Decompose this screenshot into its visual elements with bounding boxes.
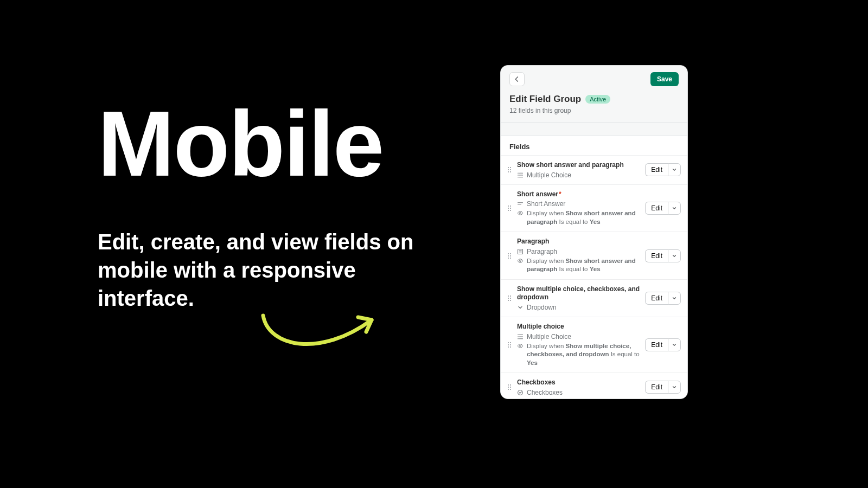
drag-handle[interactable] — [506, 253, 513, 259]
edit-button-group: Edit — [645, 338, 681, 351]
edit-button[interactable]: Edit — [645, 202, 668, 215]
svg-point-27 — [508, 342, 509, 343]
svg-point-11 — [510, 210, 511, 211]
svg-point-30 — [510, 344, 511, 345]
svg-point-35 — [510, 384, 511, 386]
field-type-label: Paragraph — [527, 248, 557, 255]
field-type-icon — [517, 333, 524, 340]
drag-handle[interactable] — [506, 295, 513, 301]
field-row: Show short answer and paragraphMultiple … — [501, 155, 687, 184]
svg-point-18 — [510, 258, 511, 259]
field-row: CheckboxesCheckboxesEdit — [501, 373, 687, 399]
svg-point-1 — [510, 167, 511, 168]
field-type-icon — [517, 248, 524, 255]
svg-point-28 — [510, 342, 511, 343]
field-type-label: Checkboxes — [527, 389, 563, 396]
svg-point-10 — [508, 210, 509, 211]
edit-button[interactable]: Edit — [645, 249, 668, 262]
edit-more-button[interactable] — [668, 163, 681, 176]
field-type-icon — [517, 201, 524, 207]
edit-button-group: Edit — [645, 202, 681, 215]
chevron-down-icon — [672, 167, 677, 172]
svg-point-22 — [510, 296, 511, 297]
edit-button[interactable]: Edit — [645, 338, 668, 351]
field-name: Paragraph — [517, 237, 641, 246]
field-type-label: Multiple Choice — [527, 171, 571, 179]
field-type: Short Answer — [517, 200, 641, 208]
hero-section: Mobile Edit, create, and view fields on … — [98, 98, 423, 312]
edit-button[interactable]: Edit — [645, 163, 668, 176]
svg-point-37 — [510, 387, 511, 388]
chevron-down-icon — [672, 296, 677, 301]
field-row: Show multiple choice, checkboxes, and dr… — [501, 279, 687, 317]
drag-handle[interactable] — [506, 166, 513, 173]
edit-more-button[interactable] — [668, 249, 681, 262]
svg-point-2 — [508, 169, 509, 170]
field-type: Multiple Choice — [517, 171, 641, 179]
edit-more-button[interactable] — [668, 292, 681, 305]
field-type: Multiple Choice — [517, 333, 641, 341]
field-content: Show short answer and paragraphMultiple … — [517, 161, 641, 179]
field-type: Dropdown — [517, 304, 641, 311]
mobile-frame: Save Edit Field Group Active 12 fields i… — [500, 65, 688, 399]
field-name: Show short answer and paragraph — [517, 161, 641, 170]
svg-point-14 — [510, 253, 511, 254]
drag-handle[interactable] — [506, 205, 513, 211]
field-content: CheckboxesCheckboxes — [517, 378, 641, 396]
field-type-label: Multiple Choice — [527, 333, 571, 341]
edit-more-button[interactable] — [668, 381, 681, 394]
field-name: Show multiple choice, checkboxes, and dr… — [517, 285, 641, 302]
svg-point-7 — [510, 206, 511, 207]
edit-button-group: Edit — [645, 163, 681, 176]
field-content: Multiple choiceMultiple ChoiceDisplay wh… — [517, 323, 641, 367]
edit-more-button[interactable] — [668, 338, 681, 351]
field-type-label: Dropdown — [527, 304, 557, 311]
hero-subtitle: Edit, create, and view fields on mobile … — [98, 228, 423, 312]
status-badge: Active — [585, 95, 610, 104]
required-indicator: * — [559, 190, 561, 198]
svg-point-15 — [508, 255, 509, 256]
field-type: Checkboxes — [517, 389, 641, 396]
edit-button-group: Edit — [645, 249, 681, 262]
svg-point-24 — [510, 298, 511, 299]
field-name: Multiple choice — [517, 323, 641, 331]
field-name: Checkboxes — [517, 378, 641, 387]
drag-handle[interactable] — [506, 384, 513, 390]
back-button[interactable] — [509, 72, 525, 86]
eye-icon — [517, 209, 524, 216]
svg-point-32 — [510, 346, 511, 348]
eye-icon — [517, 257, 524, 264]
svg-point-26 — [510, 300, 511, 301]
edit-button[interactable]: Edit — [645, 381, 668, 394]
save-button[interactable]: Save — [650, 72, 679, 86]
hero-title: Mobile — [98, 98, 423, 190]
arrow-graphic — [255, 304, 385, 363]
svg-point-38 — [508, 389, 509, 390]
section-title: Fields — [501, 136, 687, 155]
field-row: Multiple choiceMultiple ChoiceDisplay wh… — [501, 317, 687, 373]
svg-point-13 — [508, 253, 509, 254]
arrow-left-icon — [513, 75, 521, 83]
drag-handle[interactable] — [506, 342, 513, 348]
edit-more-button[interactable] — [668, 202, 681, 215]
svg-rect-19 — [518, 249, 523, 254]
svg-point-9 — [510, 208, 511, 209]
svg-point-29 — [508, 344, 509, 345]
svg-point-6 — [508, 206, 509, 207]
field-type-icon — [517, 304, 524, 311]
field-type-icon — [517, 172, 524, 178]
field-row: Short answer*Short AnswerDisplay when Sh… — [501, 184, 687, 232]
field-type-label: Short Answer — [527, 200, 565, 208]
edit-button[interactable]: Edit — [645, 292, 668, 305]
chevron-down-icon — [672, 342, 677, 348]
svg-point-39 — [510, 389, 511, 390]
chevron-down-icon — [672, 206, 677, 211]
chevron-down-icon — [672, 253, 677, 259]
svg-point-23 — [508, 298, 509, 299]
svg-point-16 — [510, 255, 511, 256]
svg-point-0 — [508, 167, 509, 168]
field-condition: Display when Show short answer and parag… — [517, 209, 641, 226]
edit-button-group: Edit — [645, 292, 681, 305]
svg-point-17 — [508, 258, 509, 259]
field-name: Short answer* — [517, 190, 641, 199]
